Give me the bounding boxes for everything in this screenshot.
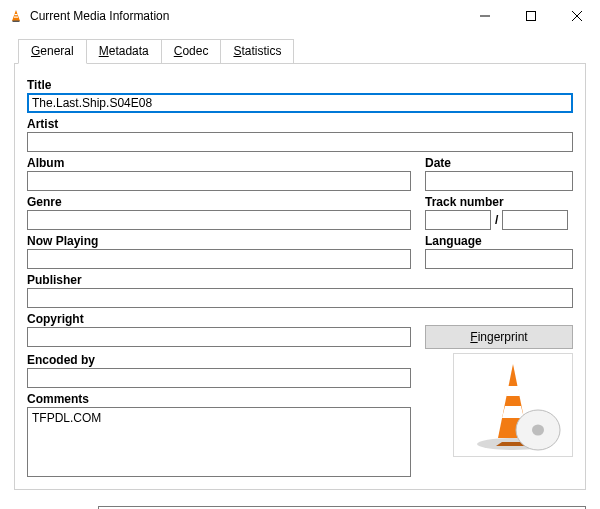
maximize-button[interactable]: [508, 0, 554, 32]
tab-codec[interactable]: Codec: [162, 39, 222, 64]
label-publisher: Publisher: [27, 273, 573, 287]
cover-art: [453, 353, 573, 457]
label-encodedby: Encoded by: [27, 353, 411, 367]
app-icon: [8, 8, 24, 24]
tab-panel-general: Title Artist Album Date Genre Track numb…: [14, 63, 586, 490]
encodedby-field[interactable]: [27, 368, 411, 388]
label-date: Date: [425, 156, 573, 170]
label-nowplaying: Now Playing: [27, 234, 411, 248]
tab-metadata[interactable]: Metadata: [87, 39, 162, 64]
close-window-button[interactable]: [554, 0, 600, 32]
svg-marker-0: [12, 10, 20, 21]
track-number-field[interactable]: [425, 210, 491, 230]
label-tracknumber: Track number: [425, 195, 573, 209]
vlc-cone-icon: [458, 358, 568, 452]
album-field[interactable]: [27, 171, 411, 191]
track-slash: /: [495, 213, 498, 227]
minimize-button[interactable]: [462, 0, 508, 32]
language-field[interactable]: [425, 249, 573, 269]
tab-general[interactable]: General: [18, 39, 87, 64]
svg-rect-2: [14, 17, 18, 18]
track-total-field[interactable]: [502, 210, 568, 230]
comments-field[interactable]: [27, 407, 411, 477]
artist-field[interactable]: [27, 132, 573, 152]
svg-rect-1: [15, 14, 18, 15]
titlebar: Current Media Information: [0, 0, 600, 32]
genre-field[interactable]: [27, 210, 411, 230]
nowplaying-field[interactable]: [27, 249, 411, 269]
date-field[interactable]: [425, 171, 573, 191]
label-artist: Artist: [27, 117, 573, 131]
svg-point-14: [532, 425, 544, 436]
copyright-field[interactable]: [27, 327, 411, 347]
label-copyright: Copyright: [27, 312, 411, 326]
svg-rect-5: [527, 12, 536, 21]
label-album: Album: [27, 156, 411, 170]
tab-statistics[interactable]: Statistics: [221, 39, 294, 64]
title-field[interactable]: [27, 93, 573, 113]
label-comments: Comments: [27, 392, 411, 406]
svg-marker-12: [502, 406, 524, 418]
label-title: Title: [27, 78, 573, 92]
svg-rect-3: [13, 21, 20, 23]
svg-marker-11: [506, 386, 520, 396]
fingerprint-button[interactable]: Fingerprint: [425, 325, 573, 349]
tabstrip: General Metadata Codec Statistics: [18, 39, 586, 64]
label-language: Language: [425, 234, 573, 248]
svg-rect-4: [480, 16, 490, 17]
publisher-field[interactable]: [27, 288, 573, 308]
label-genre: Genre: [27, 195, 411, 209]
window-title: Current Media Information: [30, 9, 169, 23]
